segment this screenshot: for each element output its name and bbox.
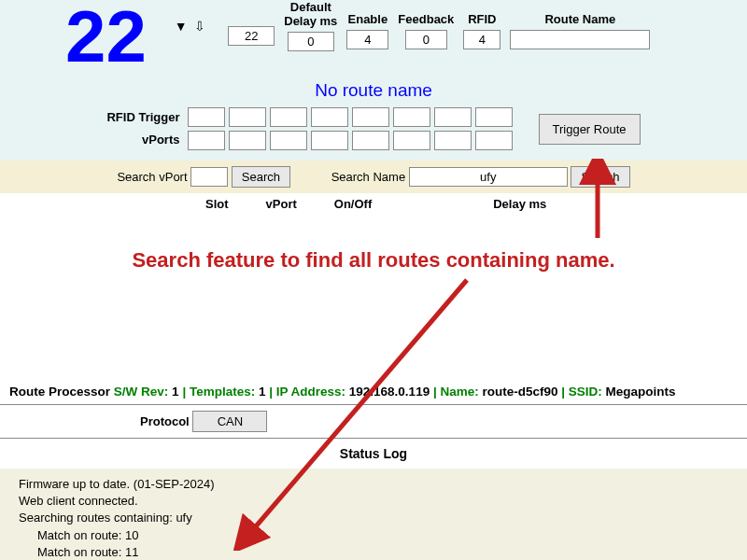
rfid-trigger-input-3[interactable] [270, 107, 307, 127]
vports-input-3[interactable] [270, 131, 307, 150]
rfid-trigger-input-1[interactable] [188, 107, 225, 127]
search-name-label: Search Name [331, 170, 405, 184]
status-line: Searching routes containing: ufy [19, 510, 728, 526]
vports-input-4[interactable] [311, 131, 348, 150]
protocol-button[interactable]: CAN [192, 411, 267, 432]
route-name-input[interactable] [510, 30, 650, 49]
status-match: Match on route: 10 [37, 527, 728, 544]
search-name-input[interactable] [409, 167, 568, 187]
rfid-trigger-input-5[interactable] [352, 107, 389, 127]
col-slot: Slot [205, 197, 229, 211]
down-outline-arrow-icon[interactable]: ⇩ [194, 19, 205, 34]
default-delay-label: DefaultDelay ms [284, 0, 337, 28]
rfid-trigger-label: RFID Trigger [106, 106, 179, 129]
col-vport: vPort [266, 197, 297, 211]
vports-input-8[interactable] [475, 131, 513, 150]
vports-input-5[interactable] [352, 131, 389, 150]
status-line: Web client connected. [19, 493, 728, 510]
feedback-input[interactable] [405, 30, 447, 49]
annotation-text: Search feature to find all routes contai… [0, 248, 747, 273]
search-vport-input[interactable] [190, 167, 228, 187]
rfid-trigger-input-7[interactable] [434, 107, 472, 127]
search-vport-button[interactable]: Search [232, 166, 290, 188]
search-name-button[interactable]: Search [571, 166, 629, 188]
status-log: Firmware up to date. (01-SEP-2024) Web c… [0, 469, 747, 560]
vports-input-6[interactable] [393, 131, 430, 150]
col-onoff: On/Off [334, 197, 372, 211]
arrow-controls: ▼ ⇩ [175, 19, 209, 34]
route-num-input[interactable] [228, 26, 275, 46]
default-delay-input[interactable] [288, 32, 334, 51]
trigger-route-button[interactable]: Trigger Route [539, 114, 641, 145]
rfid-trigger-input-6[interactable] [393, 107, 430, 127]
vports-input-2[interactable] [229, 131, 266, 150]
col-delay: Delay ms [493, 197, 546, 211]
no-route-name-text: No route name [9, 80, 738, 101]
status-line: Firmware up to date. (01-SEP-2024) [19, 476, 728, 493]
enable-label: Enable [348, 0, 388, 26]
device-info-line: Route Processor S/W Rev: 1 | Templates: … [0, 385, 747, 399]
protocol-label: Protocol [140, 414, 190, 428]
route-name-label: Route Name [544, 0, 615, 26]
rfid-trigger-input-4[interactable] [311, 107, 348, 127]
vports-input-7[interactable] [434, 131, 472, 150]
enable-input[interactable] [346, 30, 388, 49]
rfid-input[interactable] [463, 30, 500, 49]
vports-label: vPorts [106, 129, 179, 151]
rfid-trigger-input-2[interactable] [229, 107, 266, 127]
status-match: Match on route: 11 [37, 544, 728, 560]
feedback-label: Feedback [398, 0, 454, 26]
rfid-trigger-input-8[interactable] [475, 107, 513, 127]
status-log-header: Status Log [0, 446, 747, 461]
vports-input-1[interactable] [188, 131, 225, 150]
search-vport-label: Search vPort [117, 170, 187, 184]
route-number-display: 22 [65, 0, 147, 73]
rfid-label: RFID [468, 0, 496, 26]
down-solid-arrow-icon[interactable]: ▼ [175, 19, 188, 34]
